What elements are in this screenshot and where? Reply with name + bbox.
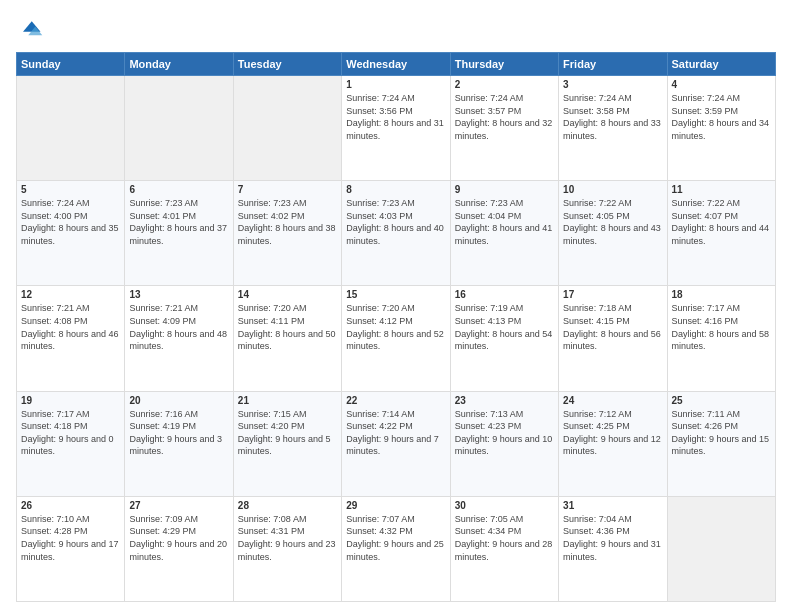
day-number: 9 [455,184,554,195]
day-info: Sunrise: 7:09 AM Sunset: 4:29 PM Dayligh… [129,513,228,563]
day-info: Sunrise: 7:22 AM Sunset: 4:07 PM Dayligh… [672,197,771,247]
day-number: 8 [346,184,445,195]
day-cell: 1Sunrise: 7:24 AM Sunset: 3:56 PM Daylig… [342,76,450,181]
day-cell: 31Sunrise: 7:04 AM Sunset: 4:36 PM Dayli… [559,496,667,601]
day-cell: 23Sunrise: 7:13 AM Sunset: 4:23 PM Dayli… [450,391,558,496]
day-cell: 25Sunrise: 7:11 AM Sunset: 4:26 PM Dayli… [667,391,775,496]
day-number: 17 [563,289,662,300]
day-cell: 24Sunrise: 7:12 AM Sunset: 4:25 PM Dayli… [559,391,667,496]
day-info: Sunrise: 7:16 AM Sunset: 4:19 PM Dayligh… [129,408,228,458]
day-info: Sunrise: 7:23 AM Sunset: 4:02 PM Dayligh… [238,197,337,247]
day-header-monday: Monday [125,53,233,76]
day-header-wednesday: Wednesday [342,53,450,76]
day-number: 7 [238,184,337,195]
day-number: 2 [455,79,554,90]
day-header-friday: Friday [559,53,667,76]
day-info: Sunrise: 7:24 AM Sunset: 3:57 PM Dayligh… [455,92,554,142]
day-info: Sunrise: 7:10 AM Sunset: 4:28 PM Dayligh… [21,513,120,563]
day-info: Sunrise: 7:24 AM Sunset: 4:00 PM Dayligh… [21,197,120,247]
day-info: Sunrise: 7:12 AM Sunset: 4:25 PM Dayligh… [563,408,662,458]
day-cell: 20Sunrise: 7:16 AM Sunset: 4:19 PM Dayli… [125,391,233,496]
day-cell: 30Sunrise: 7:05 AM Sunset: 4:34 PM Dayli… [450,496,558,601]
week-row-2: 12Sunrise: 7:21 AM Sunset: 4:08 PM Dayli… [17,286,776,391]
day-number: 18 [672,289,771,300]
day-cell: 19Sunrise: 7:17 AM Sunset: 4:18 PM Dayli… [17,391,125,496]
day-cell: 16Sunrise: 7:19 AM Sunset: 4:13 PM Dayli… [450,286,558,391]
day-cell: 6Sunrise: 7:23 AM Sunset: 4:01 PM Daylig… [125,181,233,286]
day-cell: 27Sunrise: 7:09 AM Sunset: 4:29 PM Dayli… [125,496,233,601]
day-number: 24 [563,395,662,406]
day-info: Sunrise: 7:19 AM Sunset: 4:13 PM Dayligh… [455,302,554,352]
day-info: Sunrise: 7:23 AM Sunset: 4:01 PM Dayligh… [129,197,228,247]
day-cell: 13Sunrise: 7:21 AM Sunset: 4:09 PM Dayli… [125,286,233,391]
day-cell: 11Sunrise: 7:22 AM Sunset: 4:07 PM Dayli… [667,181,775,286]
calendar-table: SundayMondayTuesdayWednesdayThursdayFrid… [16,52,776,602]
day-cell: 9Sunrise: 7:23 AM Sunset: 4:04 PM Daylig… [450,181,558,286]
week-row-3: 19Sunrise: 7:17 AM Sunset: 4:18 PM Dayli… [17,391,776,496]
header [16,16,776,44]
day-number: 6 [129,184,228,195]
day-cell: 14Sunrise: 7:20 AM Sunset: 4:11 PM Dayli… [233,286,341,391]
day-cell: 8Sunrise: 7:23 AM Sunset: 4:03 PM Daylig… [342,181,450,286]
day-number: 5 [21,184,120,195]
page: SundayMondayTuesdayWednesdayThursdayFrid… [0,0,792,612]
day-info: Sunrise: 7:07 AM Sunset: 4:32 PM Dayligh… [346,513,445,563]
day-info: Sunrise: 7:22 AM Sunset: 4:05 PM Dayligh… [563,197,662,247]
day-number: 22 [346,395,445,406]
day-number: 29 [346,500,445,511]
week-row-0: 1Sunrise: 7:24 AM Sunset: 3:56 PM Daylig… [17,76,776,181]
day-info: Sunrise: 7:17 AM Sunset: 4:16 PM Dayligh… [672,302,771,352]
day-cell: 12Sunrise: 7:21 AM Sunset: 4:08 PM Dayli… [17,286,125,391]
day-number: 30 [455,500,554,511]
day-header-tuesday: Tuesday [233,53,341,76]
day-number: 10 [563,184,662,195]
day-cell: 15Sunrise: 7:20 AM Sunset: 4:12 PM Dayli… [342,286,450,391]
day-info: Sunrise: 7:17 AM Sunset: 4:18 PM Dayligh… [21,408,120,458]
day-cell [125,76,233,181]
day-number: 27 [129,500,228,511]
calendar-body: 1Sunrise: 7:24 AM Sunset: 3:56 PM Daylig… [17,76,776,602]
day-header-saturday: Saturday [667,53,775,76]
day-number: 16 [455,289,554,300]
day-number: 26 [21,500,120,511]
day-cell: 5Sunrise: 7:24 AM Sunset: 4:00 PM Daylig… [17,181,125,286]
day-cell: 10Sunrise: 7:22 AM Sunset: 4:05 PM Dayli… [559,181,667,286]
day-cell: 17Sunrise: 7:18 AM Sunset: 4:15 PM Dayli… [559,286,667,391]
week-row-4: 26Sunrise: 7:10 AM Sunset: 4:28 PM Dayli… [17,496,776,601]
day-info: Sunrise: 7:24 AM Sunset: 3:56 PM Dayligh… [346,92,445,142]
day-info: Sunrise: 7:18 AM Sunset: 4:15 PM Dayligh… [563,302,662,352]
day-info: Sunrise: 7:08 AM Sunset: 4:31 PM Dayligh… [238,513,337,563]
logo-icon [16,16,44,44]
calendar-header: SundayMondayTuesdayWednesdayThursdayFrid… [17,53,776,76]
day-number: 1 [346,79,445,90]
day-cell [233,76,341,181]
day-number: 12 [21,289,120,300]
day-info: Sunrise: 7:24 AM Sunset: 3:58 PM Dayligh… [563,92,662,142]
day-info: Sunrise: 7:13 AM Sunset: 4:23 PM Dayligh… [455,408,554,458]
day-info: Sunrise: 7:15 AM Sunset: 4:20 PM Dayligh… [238,408,337,458]
day-cell: 26Sunrise: 7:10 AM Sunset: 4:28 PM Dayli… [17,496,125,601]
header-row: SundayMondayTuesdayWednesdayThursdayFrid… [17,53,776,76]
day-info: Sunrise: 7:21 AM Sunset: 4:08 PM Dayligh… [21,302,120,352]
day-cell [667,496,775,601]
day-info: Sunrise: 7:05 AM Sunset: 4:34 PM Dayligh… [455,513,554,563]
day-cell: 29Sunrise: 7:07 AM Sunset: 4:32 PM Dayli… [342,496,450,601]
week-row-1: 5Sunrise: 7:24 AM Sunset: 4:00 PM Daylig… [17,181,776,286]
day-header-thursday: Thursday [450,53,558,76]
day-cell [17,76,125,181]
day-number: 19 [21,395,120,406]
logo [16,16,46,44]
day-info: Sunrise: 7:04 AM Sunset: 4:36 PM Dayligh… [563,513,662,563]
day-number: 20 [129,395,228,406]
day-header-sunday: Sunday [17,53,125,76]
day-number: 4 [672,79,771,90]
day-number: 31 [563,500,662,511]
day-number: 25 [672,395,771,406]
day-number: 3 [563,79,662,90]
day-info: Sunrise: 7:14 AM Sunset: 4:22 PM Dayligh… [346,408,445,458]
day-number: 11 [672,184,771,195]
day-info: Sunrise: 7:20 AM Sunset: 4:11 PM Dayligh… [238,302,337,352]
day-cell: 18Sunrise: 7:17 AM Sunset: 4:16 PM Dayli… [667,286,775,391]
day-cell: 2Sunrise: 7:24 AM Sunset: 3:57 PM Daylig… [450,76,558,181]
day-number: 14 [238,289,337,300]
